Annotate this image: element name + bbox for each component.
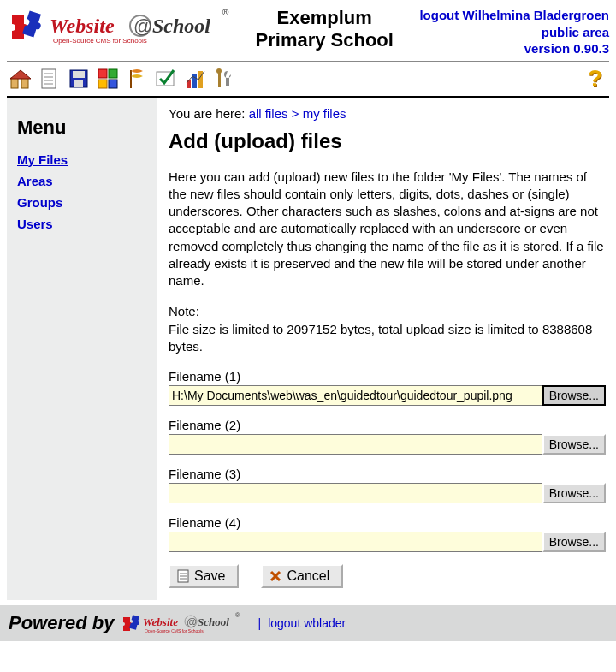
footer-logo-icon[interactable]: Website @ School ® Open-Source CMS for S…	[121, 612, 240, 634]
modules-icon[interactable]	[96, 67, 120, 91]
breadcrumb-my-files[interactable]: my files	[303, 106, 346, 121]
sidebar: Menu My Files Areas Groups Users	[7, 98, 157, 601]
header: Website @ School ® Open-Source CMS for S…	[7, 5, 609, 61]
save-doc-icon	[177, 569, 189, 583]
main-content: You are here: all files > my files Add (…	[157, 98, 609, 601]
svg-rect-17	[98, 69, 107, 78]
svg-text:School: School	[152, 15, 210, 37]
svg-rect-6	[11, 78, 18, 88]
svg-text:®: ®	[235, 612, 240, 618]
page-icon[interactable]	[38, 67, 62, 91]
cancel-label: Cancel	[287, 568, 329, 584]
svg-text:Open-Source CMS for Schools: Open-Source CMS for Schools	[145, 628, 204, 633]
svg-text:Website: Website	[50, 15, 115, 37]
sidebar-item-groups[interactable]: Groups	[17, 195, 146, 210]
sidebar-title: Menu	[17, 116, 146, 139]
sidebar-item-my-files[interactable]: My Files	[17, 152, 146, 167]
note-label: Note:	[169, 304, 199, 318]
school-name-line1: Exemplum	[229, 7, 419, 29]
powered-by-label: Powered by	[9, 612, 114, 634]
svg-text:@: @	[187, 616, 197, 628]
file-field-2: Filename (2) Browse...	[169, 418, 606, 455]
cancel-button[interactable]: Cancel	[261, 564, 343, 588]
browse-button-3[interactable]: Browse...	[542, 483, 606, 503]
svg-rect-7	[21, 78, 28, 88]
stats-icon[interactable]	[183, 67, 207, 91]
file-input-4[interactable]	[169, 532, 542, 552]
action-row: Save Cancel	[169, 564, 606, 588]
svg-rect-19	[98, 80, 107, 88]
cancel-x-icon	[270, 570, 281, 582]
file-input-1[interactable]	[169, 385, 542, 406]
svg-rect-20	[109, 80, 117, 88]
breadcrumb-prefix: You are here:	[169, 106, 249, 121]
toolbar: ?	[7, 61, 609, 98]
svg-marker-8	[10, 70, 31, 79]
note-block: Note: File size is limited to 2097152 by…	[169, 303, 606, 355]
school-title: Exemplum Primary School	[229, 7, 419, 51]
browse-button-4[interactable]: Browse...	[542, 532, 606, 552]
save-icon[interactable]	[67, 67, 91, 91]
browse-button-1[interactable]: Browse...	[542, 385, 606, 406]
file-label-4: Filename (4)	[169, 515, 606, 530]
footer: Powered by Website @ School ® Open-Sourc…	[0, 605, 616, 641]
sidebar-item-users[interactable]: Users	[17, 217, 146, 231]
file-input-3[interactable]	[169, 483, 542, 503]
file-field-4: Filename (4) Browse...	[169, 515, 606, 552]
breadcrumb-sep: >	[292, 106, 303, 121]
check-icon[interactable]	[154, 67, 178, 91]
logo-icon: Website @ School ® Open-Source CMS for S…	[7, 7, 229, 48]
svg-text:@: @	[133, 15, 152, 37]
logo[interactable]: Website @ School ® Open-Source CMS for S…	[7, 7, 229, 48]
svg-point-27	[216, 68, 222, 74]
svg-text:Open-Source CMS for Schools: Open-Source CMS for Schools	[53, 37, 147, 45]
svg-text:®: ®	[222, 8, 229, 17]
svg-rect-25	[198, 71, 203, 88]
header-right: logout Wilhelmina Bladergroen public are…	[419, 7, 609, 57]
page-title: Add (upload) files	[169, 129, 606, 153]
sidebar-item-areas[interactable]: Areas	[17, 174, 146, 188]
home-icon[interactable]	[9, 67, 33, 91]
intro-paragraph: Here you can add (upload) new files to t…	[169, 169, 606, 290]
svg-text:School: School	[198, 616, 229, 628]
breadcrumb-all-files[interactable]: all files	[249, 106, 288, 121]
file-field-1: Filename (1) Browse...	[169, 369, 606, 406]
help-icon[interactable]: ?	[588, 65, 607, 92]
svg-rect-15	[73, 71, 85, 78]
svg-text:Website: Website	[143, 616, 178, 628]
public-area-link[interactable]: public area	[419, 24, 609, 41]
footer-logout-link[interactable]: logout wblader	[268, 616, 346, 630]
tools-icon[interactable]	[212, 67, 236, 91]
file-input-2[interactable]	[169, 434, 542, 455]
svg-rect-9	[42, 69, 56, 88]
school-name-line2: Primary School	[229, 29, 419, 51]
note-text: File size is limited to 2097152 bytes, t…	[169, 322, 592, 354]
file-field-3: Filename (3) Browse...	[169, 467, 606, 503]
flag-icon[interactable]	[125, 67, 149, 91]
file-label-3: Filename (3)	[169, 467, 606, 481]
version-label: version 0.90.3	[419, 40, 609, 57]
svg-rect-16	[74, 80, 83, 87]
file-label-1: Filename (1)	[169, 369, 606, 384]
save-label: Save	[194, 568, 225, 584]
breadcrumb: You are here: all files > my files	[169, 106, 606, 121]
footer-sep: |	[258, 616, 261, 630]
svg-rect-18	[109, 69, 117, 78]
save-button[interactable]: Save	[169, 564, 239, 588]
file-label-2: Filename (2)	[169, 418, 606, 432]
logout-link[interactable]: logout Wilhelmina Bladergroen	[419, 7, 609, 24]
browse-button-2[interactable]: Browse...	[542, 434, 606, 455]
